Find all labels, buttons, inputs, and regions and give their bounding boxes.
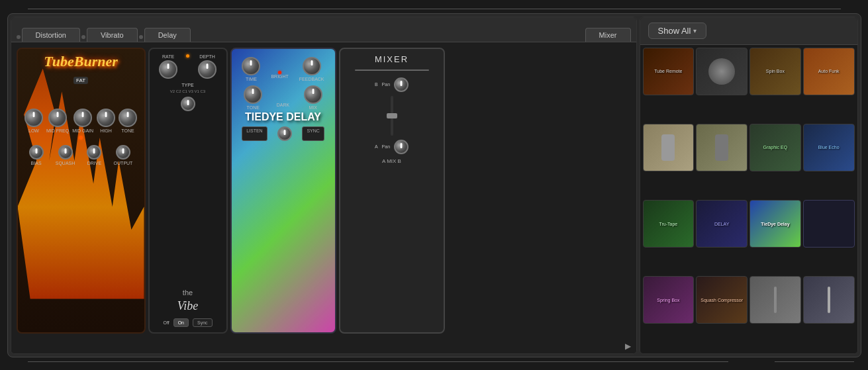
delay-tone-label: TONE (247, 105, 260, 110)
knob-low-label: LOW (28, 128, 39, 133)
resize-handle-bottom-right (775, 361, 854, 362)
knob-low-control[interactable] (24, 109, 43, 127)
vibe-type-knob[interactable] (181, 97, 195, 111)
fat-badge: FAT (73, 77, 88, 84)
tubeburner-title: TubeBurner (44, 54, 118, 69)
delay-title: TIEDYE DELAY (245, 111, 321, 123)
browser-item-spin-box[interactable]: Spin Box (749, 48, 801, 95)
resize-handle-top (28, 9, 841, 9)
browser-grid: Tube Remote Spin Box Auto Funk Graphic E… (640, 45, 857, 353)
knob-bias-control[interactable] (29, 145, 44, 160)
pedal-mixer: MIXER B Pan A Pan A MIX B (339, 48, 445, 334)
vibe-depth-knob-group: DEPTH (198, 54, 217, 79)
mixer-a-pan-row: A Pan (375, 140, 409, 154)
mixer-fader-thumb[interactable] (387, 113, 397, 118)
vibe-the-label: the (177, 289, 199, 297)
browser-item-tube-remote[interactable]: Tube Remote (643, 48, 695, 95)
show-all-button[interactable]: Show All ▾ (648, 23, 707, 39)
browser-item-wah2[interactable] (696, 124, 747, 171)
tab-connector-2 (139, 35, 143, 39)
vibe-type-values: V2 C2 C1 V3 V1 C3 (170, 89, 205, 94)
mixer-b-pan-row: B Pan (375, 77, 409, 92)
vibe-rate-knob-group: RATE (159, 54, 177, 79)
browser-item-light[interactable] (749, 276, 801, 324)
bottom-arrow-area: ▶ (11, 339, 636, 353)
browser-item-delay[interactable]: DELAY (696, 200, 747, 248)
browser-item-1[interactable] (696, 48, 747, 95)
delay-top-knobs: TIME BRIGHT FEEDBACK (237, 57, 330, 81)
browser-item-tiedye[interactable]: TieDye Delay (749, 200, 801, 248)
browser-header: Show All ▾ (640, 17, 857, 45)
browser-item-graphic-eq[interactable]: Graphic EQ (749, 124, 801, 171)
knob-drive-control[interactable] (87, 145, 101, 160)
knob-tone-control[interactable] (119, 109, 137, 127)
delay-bright-label: BRIGHT (271, 74, 288, 79)
delay-listen-button[interactable]: LISTEN (242, 126, 267, 141)
vibe-main-title: Vibe (177, 299, 199, 313)
main-frame: Distortion Vibrato Delay Mixer TubeBurne… (7, 13, 861, 357)
browser-item-auto-funk[interactable]: Auto Funk (803, 48, 855, 95)
show-all-label: Show All (658, 26, 691, 36)
pedal-tubeburner: TubeBurner FAT LOW MID FREQ MID GAIN (17, 48, 146, 334)
browser-item-tru-tape[interactable]: Tru-Tape (643, 200, 695, 248)
vibe-type-label: TYPE (181, 83, 193, 87)
vibe-depth-label: DEPTH (199, 54, 215, 59)
knob-midfreq: MID FREQ (46, 109, 69, 133)
browser-item-mixer[interactable] (803, 276, 855, 324)
knob-bias: BIAS (29, 145, 44, 165)
mixer-title: MIXER (375, 54, 409, 64)
delay-tone-knob[interactable] (244, 85, 262, 104)
knob-high-control[interactable] (97, 109, 115, 127)
mixer-b-label: B (375, 82, 378, 87)
knob-midgain-control[interactable] (73, 109, 92, 127)
knob-midfreq-control[interactable] (48, 109, 67, 127)
delay-mix-label: MIX (309, 105, 317, 110)
mixer-b-pan-knob[interactable] (394, 77, 409, 92)
vibe-off-label: Off (163, 320, 169, 325)
knob-squash: SQUASH (56, 145, 75, 165)
knob-drive: DRIVE (87, 145, 101, 165)
delay-feedback-label: FEEDBACK (299, 77, 324, 81)
browser-item-empty1[interactable] (803, 200, 855, 248)
browser-item-squash[interactable]: Squash Compressor (696, 276, 747, 324)
top-knobs-row: LOW MID FREQ MID GAIN HIGH (23, 109, 139, 133)
vibe-on-button[interactable]: On (173, 318, 189, 327)
tab-distortion[interactable]: Distortion (22, 28, 80, 42)
vibe-switch-row: Off On Sync (163, 318, 212, 327)
pedal-tiedye-delay: TIME BRIGHT FEEDBACK TONE (230, 48, 336, 334)
delay-time-knob[interactable] (242, 57, 260, 75)
tabs-bar: Distortion Vibrato Delay Mixer (11, 17, 636, 42)
tab-vibrato[interactable]: Vibrato (87, 28, 138, 42)
knob-squash-control[interactable] (58, 145, 73, 160)
vibe-led (186, 54, 189, 58)
mixer-pan-a-label: Pan (382, 144, 390, 149)
delay-mix-knob[interactable] (304, 85, 322, 104)
tab-connector-1 (81, 35, 85, 39)
vibe-depth-knob[interactable] (198, 60, 217, 79)
tab-mixer[interactable]: Mixer (585, 28, 631, 42)
pedalboard-area: Distortion Vibrato Delay Mixer TubeBurne… (11, 17, 637, 354)
tab-connector-left (17, 35, 21, 39)
tab-delay[interactable]: Delay (144, 28, 191, 42)
mixer-a-pan-knob[interactable] (394, 140, 409, 154)
mixer-a-mix-b: A MIX B (382, 158, 401, 164)
next-arrow-button[interactable]: ▶ (625, 342, 631, 351)
mixer-a-label: A (375, 144, 378, 149)
delay-time-label: TIME (246, 77, 257, 81)
pedal-vibe: RATE DEPTH TYPE V2 C2 C1 V3 V1 C3 (148, 48, 228, 334)
delay-footswitch[interactable] (277, 126, 292, 141)
delay-feedback-knob[interactable] (303, 57, 321, 75)
knob-midgain-label: MID GAIN (72, 128, 93, 133)
vibe-rate-knob[interactable] (159, 60, 177, 79)
knob-low: LOW (24, 109, 43, 133)
knob-output-control[interactable] (116, 145, 130, 160)
chevron-down-icon: ▾ (693, 27, 697, 34)
browser-item-blue-echo[interactable]: Blue Echo (803, 124, 855, 171)
delay-feedback-knob-group: FEEDBACK (299, 57, 324, 81)
browser-item-spring-box[interactable]: Spring Box (643, 276, 695, 324)
knob-bias-label: BIAS (31, 161, 42, 165)
delay-sync-button[interactable]: SYNC (302, 126, 324, 141)
browser-item-wah1[interactable] (643, 124, 695, 171)
vibe-sync-button[interactable]: Sync (193, 318, 213, 327)
mixer-pan-b-label: Pan (382, 82, 390, 87)
